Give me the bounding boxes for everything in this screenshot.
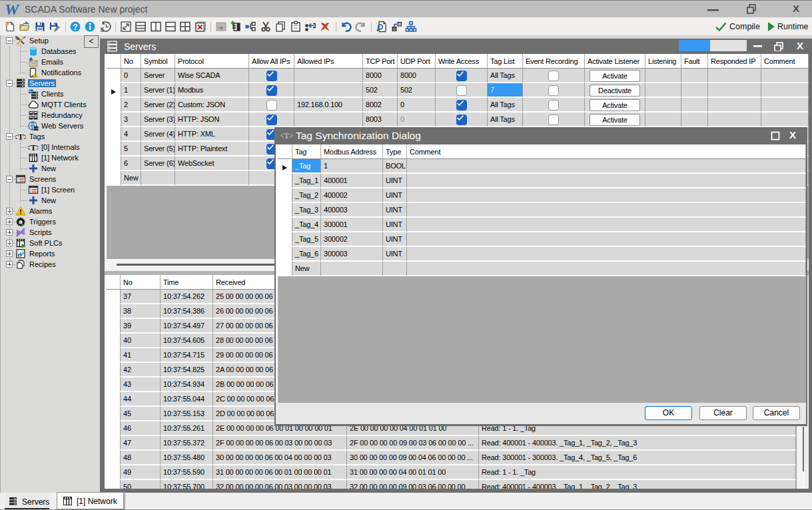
svg-text:?: ? — [73, 23, 77, 32]
svg-text:<T>: <T> — [15, 132, 26, 142]
svg-text:c: c — [393, 27, 396, 31]
svg-text:<T>: <T> — [28, 142, 39, 152]
svg-text:b: b — [398, 21, 401, 26]
